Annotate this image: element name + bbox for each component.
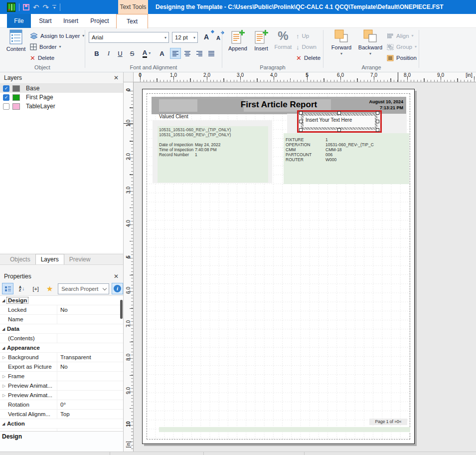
move-down-button[interactable]: ↓ Down xyxy=(296,42,317,52)
border-button[interactable]: Border▾ xyxy=(30,42,61,52)
align-right-button[interactable] xyxy=(194,48,205,59)
resize-handle-ne[interactable] xyxy=(376,111,379,115)
layer-row-tablelayer[interactable]: TableLayer xyxy=(0,102,123,111)
resize-handle-n[interactable] xyxy=(337,111,341,115)
group-collapse-icon[interactable]: ◢ xyxy=(0,346,7,350)
expand-all-button[interactable]: [+] xyxy=(30,283,41,294)
property-value[interactable] xyxy=(57,372,123,381)
categorized-view-button[interactable] xyxy=(2,283,13,294)
property-row[interactable]: ▷Preview Animat... xyxy=(0,381,123,391)
tab-project[interactable]: Project xyxy=(86,14,114,28)
expand-icon[interactable]: ▷ xyxy=(0,355,8,360)
layer-visibility-checkbox[interactable]: ✓ xyxy=(3,94,9,101)
group-objects-button[interactable]: Group▾ xyxy=(387,42,417,52)
report-page[interactable]: First Article Report August 10, 2024 7:1… xyxy=(142,89,415,444)
property-row[interactable]: Name xyxy=(0,315,123,324)
property-value[interactable]: No xyxy=(57,362,123,371)
content-button[interactable]: Content xyxy=(4,28,28,63)
trace-fields[interactable]: FIXTURE1OPERATION10531-060_REV-_(TIP_CCM… xyxy=(286,137,374,162)
redo-icon[interactable]: ↷ xyxy=(43,3,49,11)
property-row[interactable]: (Contents) xyxy=(0,334,123,343)
group-collapse-icon[interactable]: ◢ xyxy=(0,327,7,331)
font-color-button[interactable]: A ▾ xyxy=(139,48,154,59)
forward-button[interactable]: Forward ▾ xyxy=(328,28,355,65)
layer-visibility-checkbox[interactable] xyxy=(3,103,9,110)
property-value[interactable] xyxy=(57,391,123,400)
property-value[interactable] xyxy=(57,381,123,390)
property-row[interactable]: ▷Preview Animat... xyxy=(0,391,123,400)
position-button[interactable]: Position xyxy=(387,53,417,63)
align-objects-button[interactable]: Align▾ xyxy=(387,31,414,41)
font-style-button[interactable]: A xyxy=(157,48,167,59)
group-collapse-icon[interactable]: ◢ xyxy=(0,422,7,426)
page-number-text[interactable]: Page 1 of »0« xyxy=(369,419,407,425)
expand-icon[interactable]: ▷ xyxy=(0,393,8,398)
layer-row-base[interactable]: ✓Base xyxy=(0,84,123,93)
property-grid-scrollbar[interactable] xyxy=(120,300,123,319)
layer-row-first-page[interactable]: ✓First Page xyxy=(0,93,123,102)
report-datetime[interactable]: August 10, 2024 7:13:21 PM xyxy=(369,99,403,111)
align-justify-button[interactable] xyxy=(206,48,217,59)
strikethrough-button[interactable]: S xyxy=(127,48,137,59)
expand-icon[interactable]: ▷ xyxy=(0,374,8,379)
assign-to-layer-button[interactable]: Assign to Layer▾ xyxy=(30,31,84,41)
property-row[interactable]: Export as PictureNo xyxy=(0,362,123,372)
tab-file[interactable]: File xyxy=(7,14,31,28)
resize-handle-se[interactable] xyxy=(376,128,379,132)
tab-insert[interactable]: Insert xyxy=(58,14,84,28)
move-up-button[interactable]: ↑ Up xyxy=(296,31,309,41)
property-row[interactable]: ▷BackgroundTransparent xyxy=(0,353,123,362)
append-paragraph-button[interactable]: Append xyxy=(226,28,250,63)
resize-handle-e[interactable] xyxy=(376,120,379,123)
underline-button[interactable]: U xyxy=(115,48,125,59)
property-row[interactable]: ◢Design xyxy=(0,296,123,305)
sort-alphabetical-button[interactable]: AZ↓ xyxy=(16,283,27,294)
panel-tab-layers[interactable]: Layers xyxy=(35,254,64,264)
contextual-tab-header-text-tools[interactable]: Text Tools xyxy=(118,0,148,14)
panel-tab-preview[interactable]: Preview xyxy=(64,254,96,264)
grow-font-button[interactable]: A xyxy=(201,31,212,42)
property-value[interactable]: No xyxy=(57,305,123,314)
resize-handle-s[interactable] xyxy=(337,128,341,132)
font-family-combo[interactable]: Arial▾ xyxy=(89,32,169,43)
selected-text-object[interactable]: Insert Your Text Here xyxy=(301,113,377,130)
design-canvas[interactable]: 01.02.03.04.056.07.08.09.0[in] 01.02.03.… xyxy=(124,72,476,452)
delete-paragraph-button[interactable]: ✕ Delete xyxy=(296,53,320,63)
panel-tab-objects[interactable]: Objects xyxy=(5,254,35,264)
align-center-button[interactable] xyxy=(182,48,193,59)
save-icon[interactable] xyxy=(23,4,29,10)
report-title[interactable]: First Article Report xyxy=(152,100,406,110)
resize-handle-sw[interactable] xyxy=(299,128,303,132)
group-collapse-icon[interactable]: ◢ xyxy=(0,298,7,303)
property-value[interactable]: Transparent xyxy=(57,353,123,362)
undo-icon[interactable]: ↶ xyxy=(33,3,39,11)
tab-text-active[interactable]: Text xyxy=(116,14,148,28)
align-left-button[interactable] xyxy=(170,48,181,59)
format-paragraph-button[interactable]: % Format xyxy=(273,28,294,63)
property-row[interactable]: ◢Appearance xyxy=(0,343,123,353)
close-properties-panel-icon[interactable]: ✕ xyxy=(114,271,119,282)
property-row[interactable]: LockedNo xyxy=(0,305,123,315)
property-value[interactable] xyxy=(57,334,123,343)
property-row[interactable]: ◢Data xyxy=(0,324,123,334)
property-value[interactable]: 0° xyxy=(57,400,123,409)
inspection-fields[interactable]: Date of InspectionMay 24, 2022Time of In… xyxy=(159,142,221,157)
property-row[interactable]: ◢Action xyxy=(0,419,123,429)
property-value[interactable]: Top xyxy=(57,410,123,419)
tab-start[interactable]: Start xyxy=(33,14,58,28)
favorites-button[interactable]: ★ xyxy=(44,283,55,294)
font-size-combo[interactable]: 12 pt▾ xyxy=(172,32,198,43)
bold-button[interactable]: B xyxy=(92,48,102,59)
customize-toolbar-dropdown-icon[interactable]: ▼ xyxy=(52,5,56,9)
property-row[interactable]: ▷Frame xyxy=(0,372,123,381)
client-name-text[interactable]: Valued Client xyxy=(159,114,188,119)
property-row[interactable]: Vertical Alignm...Top xyxy=(0,410,123,419)
property-value[interactable] xyxy=(57,315,123,324)
italic-button[interactable]: I xyxy=(104,48,114,59)
expand-icon[interactable]: ▷ xyxy=(0,384,8,388)
property-row[interactable]: Rotation0° xyxy=(0,400,123,410)
insert-paragraph-button[interactable]: Insert xyxy=(251,28,272,63)
info-button[interactable]: i xyxy=(112,283,123,294)
close-layers-panel-icon[interactable]: ✕ xyxy=(114,72,119,83)
layer-visibility-checkbox[interactable]: ✓ xyxy=(3,85,9,92)
